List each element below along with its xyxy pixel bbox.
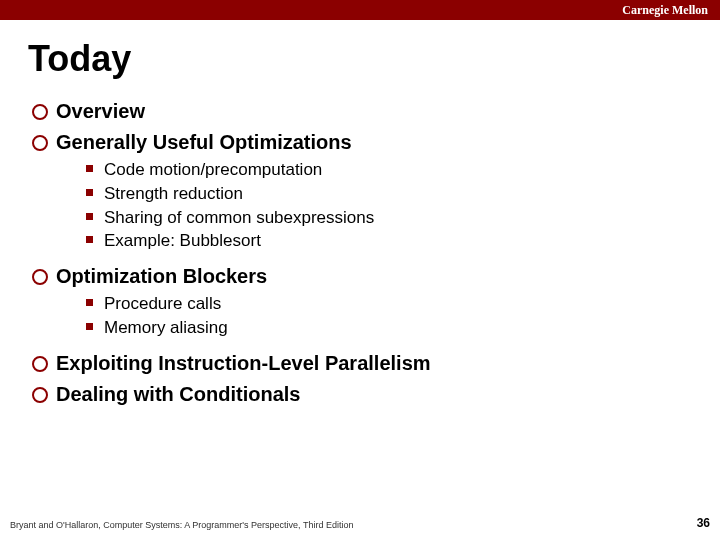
bullet-label: Overview [56,100,145,122]
bullet-label: Generally Useful Optimizations [56,131,352,153]
subbullet: Sharing of common subexpressions [84,206,720,230]
subbullet: Procedure calls [84,292,720,316]
page-number: 36 [697,516,710,530]
bullet-label: Exploiting Instruction-Level Parallelism [56,352,431,374]
subbullet: Strength reduction [84,182,720,206]
brand-text: Carnegie Mellon [622,3,708,18]
brand-bar: Carnegie Mellon [0,0,720,20]
subbullet: Memory aliasing [84,316,720,340]
bullet-overview: Overview [28,98,720,125]
bullet-conditionals: Dealing with Conditionals [28,381,720,408]
bullet-optimization-blockers: Optimization Blockers Procedure calls Me… [28,263,720,340]
subbullet: Example: Bubblesort [84,229,720,253]
footer: Bryant and O'Hallaron, Computer Systems:… [10,516,710,530]
footer-text: Bryant and O'Hallaron, Computer Systems:… [10,520,353,530]
bullet-label: Optimization Blockers [56,265,267,287]
slide-content: Overview Generally Useful Optimizations … [28,98,720,408]
bullet-ilp: Exploiting Instruction-Level Parallelism [28,350,720,377]
bullet-generally-useful: Generally Useful Optimizations Code moti… [28,129,720,253]
subbullet: Code motion/precomputation [84,158,720,182]
bullet-label: Dealing with Conditionals [56,383,300,405]
slide-title: Today [28,38,720,80]
